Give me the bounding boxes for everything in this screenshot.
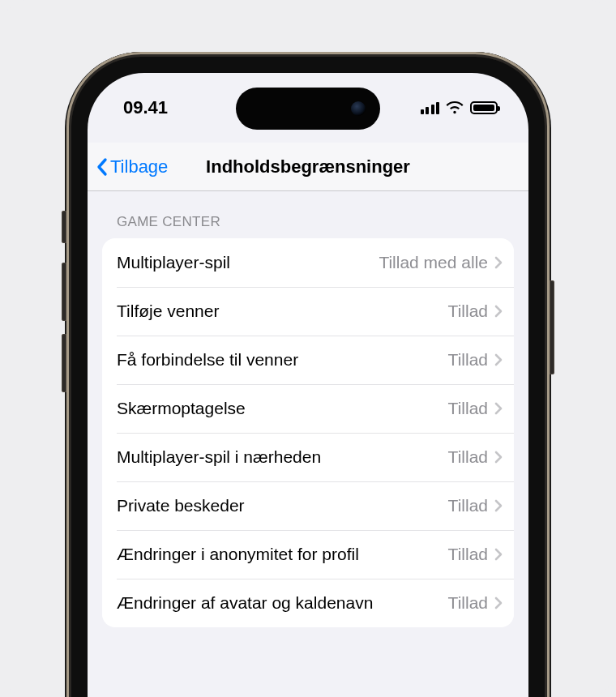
row-label: Få forbindelse til venner xyxy=(117,350,448,370)
back-button[interactable]: Tilbage xyxy=(88,156,168,177)
volume-up-button xyxy=(62,263,66,321)
section-header: GAME CENTER xyxy=(102,214,514,238)
row-adding-friends[interactable]: Tilføje venner Tillad xyxy=(102,287,514,336)
page-title: Indholdsbegrænsninger xyxy=(206,156,410,177)
chevron-right-icon xyxy=(494,353,503,366)
chevron-right-icon xyxy=(494,597,503,609)
phone-bezel: 09.41 xyxy=(71,57,545,697)
chevron-right-icon xyxy=(494,548,503,561)
row-value: Tillad xyxy=(448,399,488,418)
mute-switch xyxy=(62,211,66,243)
row-value: Tillad med alle xyxy=(379,253,488,272)
chevron-left-icon xyxy=(96,157,109,177)
content: GAME CENTER Multiplayer-spil Tillad med … xyxy=(88,191,528,697)
chevron-right-icon xyxy=(494,256,503,269)
cellular-icon xyxy=(421,101,440,114)
row-value: Tillad xyxy=(448,545,488,564)
phone-frame: 09.41 xyxy=(66,52,550,697)
battery-icon xyxy=(470,101,498,114)
row-avatar-nickname-changes[interactable]: Ændringer af avatar og kaldenavn Tillad xyxy=(102,579,514,627)
screen: 09.41 xyxy=(88,73,528,697)
status-indicators xyxy=(421,101,498,114)
row-nearby-multiplayer[interactable]: Multiplayer-spil i nærheden Tillad xyxy=(102,433,514,481)
row-value: Tillad xyxy=(448,350,488,370)
chevron-right-icon xyxy=(494,499,503,512)
row-label: Tilføje venner xyxy=(117,301,448,321)
row-label: Ændringer af avatar og kaldenavn xyxy=(117,593,448,613)
chevron-right-icon xyxy=(494,451,503,464)
back-label: Tilbage xyxy=(110,156,168,177)
row-value: Tillad xyxy=(448,447,488,467)
chevron-right-icon xyxy=(494,305,503,318)
row-screen-recording[interactable]: Skærmoptagelse Tillad xyxy=(102,384,514,433)
row-value: Tillad xyxy=(448,496,488,515)
row-value: Tillad xyxy=(448,301,488,321)
row-connect-with-friends[interactable]: Få forbindelse til venner Tillad xyxy=(102,336,514,384)
settings-list: Multiplayer-spil Tillad med alle Tilføje… xyxy=(102,238,514,627)
volume-down-button xyxy=(62,334,66,392)
nav-header: Tilbage Indholdsbegrænsninger xyxy=(88,143,528,191)
row-label: Multiplayer-spil i nærheden xyxy=(117,447,448,467)
row-profile-privacy-changes[interactable]: Ændringer i anonymitet for profil Tillad xyxy=(102,530,514,579)
status-time: 09.41 xyxy=(123,97,168,118)
row-label: Private beskeder xyxy=(117,496,448,515)
row-label: Multiplayer-spil xyxy=(117,253,379,272)
status-bar: 09.41 xyxy=(88,73,528,143)
row-multiplayer-games[interactable]: Multiplayer-spil Tillad med alle xyxy=(102,238,514,287)
row-private-messaging[interactable]: Private beskeder Tillad xyxy=(102,481,514,530)
row-label: Skærmoptagelse xyxy=(117,399,448,418)
power-button xyxy=(550,280,554,374)
wifi-icon xyxy=(446,101,464,114)
row-value: Tillad xyxy=(448,593,488,613)
row-label: Ændringer i anonymitet for profil xyxy=(117,545,448,564)
stage: 09.41 xyxy=(0,0,616,697)
chevron-right-icon xyxy=(494,402,503,415)
